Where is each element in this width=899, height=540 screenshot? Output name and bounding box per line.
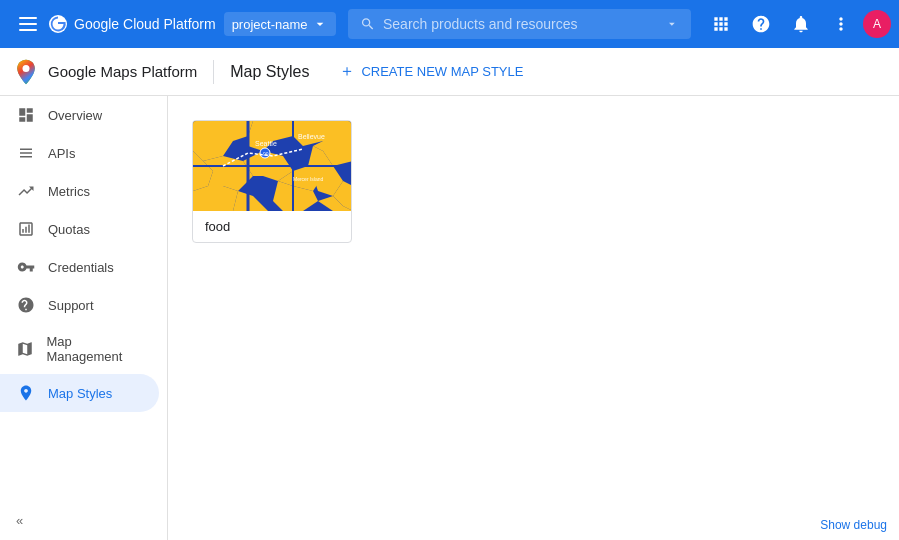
overview-icon	[16, 106, 36, 124]
map-style-card-label: food	[193, 211, 351, 242]
help-icon-btn[interactable]	[743, 6, 779, 42]
collapse-sidebar-button[interactable]: «	[0, 501, 167, 540]
credentials-icon	[16, 258, 36, 276]
content-area: Seattle Bellevue Mercer Island 90 food	[168, 96, 899, 540]
project-name-label: project-name	[232, 17, 308, 32]
sidebar-apis-label: APIs	[48, 146, 75, 161]
svg-text:90: 90	[263, 151, 269, 157]
user-avatar[interactable]: A	[863, 10, 891, 38]
cloud-platform-title: Google Cloud Platform	[74, 16, 216, 32]
quotas-icon	[16, 220, 36, 238]
collapse-icon: «	[16, 513, 23, 528]
sidebar-map-management-label: Map Management	[46, 334, 143, 364]
support-icon	[16, 296, 36, 314]
sidebar-quotas-label: Quotas	[48, 222, 90, 237]
svg-text:Bellevue: Bellevue	[298, 133, 325, 140]
map-style-card-food[interactable]: Seattle Bellevue Mercer Island 90 food	[192, 120, 352, 243]
page-title: Map Styles	[230, 63, 309, 81]
sidebar-item-map-management[interactable]: Map Management	[0, 324, 159, 374]
project-selector[interactable]: project-name	[224, 12, 336, 36]
svg-marker-14	[193, 186, 238, 211]
apis-icon	[16, 144, 36, 162]
svg-text:Seattle: Seattle	[255, 140, 277, 147]
map-style-grid: Seattle Bellevue Mercer Island 90 food	[192, 120, 875, 243]
header-divider	[213, 60, 214, 84]
add-icon: ＋	[339, 61, 355, 82]
sidebar-item-overview[interactable]: Overview	[0, 96, 159, 134]
sidebar-credentials-label: Credentials	[48, 260, 114, 275]
create-button-label: CREATE NEW MAP STYLE	[361, 64, 523, 79]
svg-rect-1	[19, 23, 37, 25]
top-bar: Google Cloud Platform project-name A	[0, 0, 899, 48]
map-management-icon	[16, 340, 34, 358]
svg-rect-0	[19, 17, 37, 19]
sidebar-item-support[interactable]: Support	[0, 286, 159, 324]
sidebar-item-map-styles[interactable]: Map Styles	[0, 374, 159, 412]
svg-text:Mercer Island: Mercer Island	[293, 176, 324, 182]
sidebar-item-quotas[interactable]: Quotas	[0, 210, 159, 248]
sidebar-item-credentials[interactable]: Credentials	[0, 248, 159, 286]
top-bar-logo: Google Cloud Platform	[48, 14, 216, 34]
grid-icon-btn[interactable]	[703, 6, 739, 42]
top-bar-icons: A	[703, 6, 891, 42]
svg-rect-2	[19, 29, 37, 31]
menu-icon[interactable]	[8, 4, 48, 44]
product-title: Google Maps Platform	[48, 63, 197, 80]
more-icon-btn[interactable]	[823, 6, 859, 42]
sidebar-support-label: Support	[48, 298, 94, 313]
map-styles-icon	[16, 384, 36, 402]
main-layout: Overview APIs Metrics Quotas Credentials	[0, 96, 899, 540]
sidebar: Overview APIs Metrics Quotas Credentials	[0, 96, 168, 540]
sidebar-map-styles-label: Map Styles	[48, 386, 112, 401]
sub-header: Google Maps Platform Map Styles ＋ CREATE…	[0, 48, 899, 96]
sidebar-metrics-label: Metrics	[48, 184, 90, 199]
svg-point-4	[23, 65, 30, 72]
search-input[interactable]	[383, 16, 657, 32]
sidebar-item-metrics[interactable]: Metrics	[0, 172, 159, 210]
show-debug-button[interactable]: Show debug	[808, 510, 899, 540]
create-new-map-style-button[interactable]: ＋ CREATE NEW MAP STYLE	[329, 55, 533, 88]
metrics-icon	[16, 182, 36, 200]
notification-icon-btn[interactable]	[783, 6, 819, 42]
sidebar-overview-label: Overview	[48, 108, 102, 123]
sidebar-item-apis[interactable]: APIs	[0, 134, 159, 172]
map-thumbnail-food: Seattle Bellevue Mercer Island 90	[193, 121, 352, 211]
maps-logo	[8, 54, 44, 90]
search-bar	[348, 9, 691, 39]
